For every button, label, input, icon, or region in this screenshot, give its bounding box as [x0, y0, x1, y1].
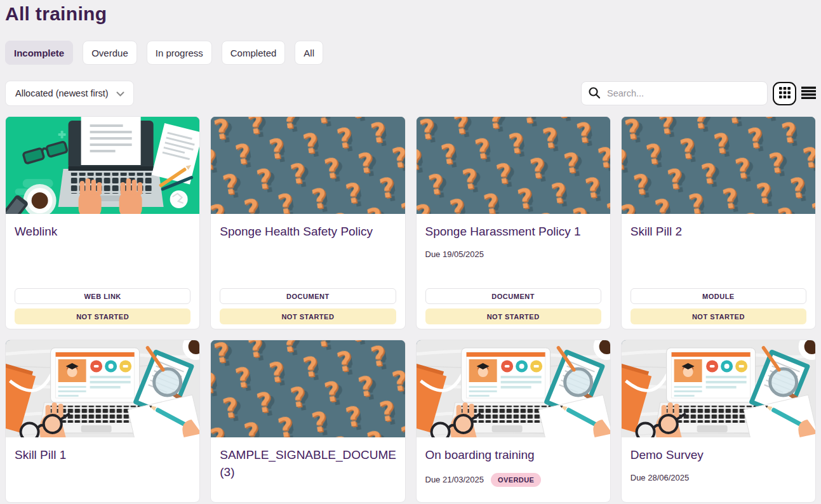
card-thumbnail: ? ? ? ? ? ?: [211, 340, 404, 437]
type-badge: WEB LINK: [15, 288, 190, 304]
filter-incomplete[interactable]: Incomplete: [5, 41, 73, 65]
card-title: Skill Pill 2: [631, 223, 806, 241]
card-title: Weblink: [15, 223, 190, 241]
search-box: [581, 81, 768, 105]
card-title: On boarding training: [425, 447, 601, 464]
due-date: Due 28/06/2025: [631, 473, 690, 482]
status-badge: NOT STARTED: [631, 308, 806, 324]
sort-dropdown[interactable]: Allocated (newest first): [5, 81, 134, 106]
status-badge: NOT STARTED: [220, 308, 396, 324]
card-title: SAMPLE_SIGNABLE_DOCUMENT (3): [220, 447, 396, 481]
page-title: All training: [5, 0, 816, 27]
sort-dropdown-value: Allocated (newest first): [15, 88, 109, 98]
card-thumbnail: [622, 340, 815, 437]
status-badge: NOT STARTED: [425, 308, 601, 324]
chevron-down-icon: [116, 88, 124, 98]
list-view-button[interactable]: [801, 86, 816, 101]
training-card[interactable]: ? ? ? ? ? ? Sponge Health Safety Policy …: [210, 116, 405, 329]
card-title: Demo Survey: [631, 447, 806, 464]
filter-in-progress[interactable]: In progress: [147, 41, 212, 65]
filter-overdue[interactable]: Overdue: [83, 41, 137, 65]
grid-view-button[interactable]: [773, 82, 796, 105]
card-title: Skill Pill 1: [15, 447, 190, 464]
card-title: Sponge Harassment Policy 1: [425, 223, 601, 241]
card-thumbnail: [6, 340, 199, 437]
training-card[interactable]: Weblink WEB LINK NOT STARTED: [5, 116, 200, 329]
training-card[interactable]: ? ? ? ? ? ? Sponge Harassment Policy 1 D…: [416, 116, 611, 329]
filter-completed[interactable]: Completed: [222, 41, 286, 65]
due-date: Due 19/05/2025: [425, 249, 484, 259]
due-date: Due 21/03/2025: [425, 475, 484, 484]
filter-bar: Incomplete Overdue In progress Completed…: [5, 41, 816, 65]
search-icon: [588, 86, 601, 102]
toolbar: Allocated (newest first): [5, 81, 816, 106]
search-input[interactable]: [581, 81, 768, 105]
status-badge: NOT STARTED: [15, 308, 190, 324]
card-thumbnail: [6, 117, 199, 214]
grid-view-icon: [779, 87, 791, 100]
list-view-icon: [801, 86, 816, 101]
training-card[interactable]: ? ? ? ? ? ? SAMPLE_SIGNABLE_DOCUMENT (3): [210, 340, 405, 503]
card-thumbnail: ? ? ? ? ? ?: [622, 117, 815, 214]
training-card[interactable]: On boarding training Due 21/03/2025OVERD…: [416, 340, 611, 503]
training-card[interactable]: Skill Pill 1: [5, 340, 200, 503]
training-card-grid: Weblink WEB LINK NOT STARTED ? ? ? ? ? ?: [5, 116, 816, 503]
toolbar-right: [581, 81, 816, 105]
card-thumbnail: [417, 340, 610, 437]
overdue-badge: OVERDUE: [491, 473, 541, 487]
type-badge: MODULE: [631, 288, 806, 304]
type-badge: DOCUMENT: [425, 288, 601, 304]
type-badge: DOCUMENT: [220, 288, 396, 304]
card-thumbnail: ? ? ? ? ? ?: [417, 117, 610, 214]
all-training-page: All training Incomplete Overdue In progr…: [0, 0, 821, 503]
card-title: Sponge Health Safety Policy: [220, 223, 396, 241]
filter-all[interactable]: All: [295, 41, 323, 65]
training-card[interactable]: Demo Survey Due 28/06/2025: [621, 340, 816, 503]
training-card[interactable]: ? ? ? ? ? ? Skill Pill 2 MODULE NOT STAR…: [621, 116, 816, 329]
card-thumbnail: ? ? ? ? ? ?: [211, 117, 404, 214]
